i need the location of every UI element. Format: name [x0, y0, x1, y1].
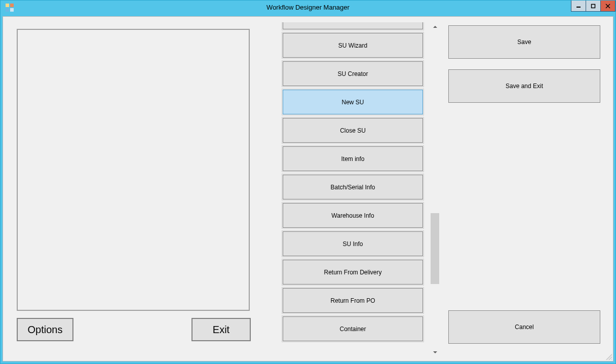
- cancel-button[interactable]: Cancel: [448, 310, 600, 344]
- svg-line-2: [606, 4, 610, 8]
- minimize-button[interactable]: [571, 1, 586, 12]
- workflow-item-label: New SU: [341, 99, 364, 106]
- app-window: Workflow Designer Manager Options Exit: [0, 0, 616, 364]
- chevron-up-icon: [433, 26, 437, 28]
- workflow-item-label: SU Wizard: [338, 42, 367, 49]
- workflow-item-label: Return From PO: [330, 297, 375, 304]
- workflow-item[interactable]: Return From PO: [283, 288, 423, 313]
- workflow-item[interactable]: Warehouse Info: [283, 203, 423, 228]
- workflow-list-panel: SU WizardSU CreatorNew SUClose SUItem in…: [275, 22, 439, 356]
- maximize-button[interactable]: [586, 1, 601, 12]
- maximize-icon: [591, 4, 596, 9]
- svg-line-3: [606, 4, 610, 8]
- scroll-up-button[interactable]: [431, 22, 439, 31]
- design-canvas[interactable]: [17, 29, 250, 311]
- left-panel: Options Exit: [12, 24, 255, 355]
- workflow-item[interactable]: SU Wizard: [283, 33, 423, 58]
- save-button[interactable]: Save: [448, 25, 600, 59]
- window-controls: [571, 1, 615, 12]
- window-title: Workflow Designer Manager: [1, 4, 615, 11]
- exit-button-label: Exit: [213, 324, 229, 336]
- save-and-exit-button-label: Save and Exit: [506, 83, 543, 90]
- workflow-item-label: Container: [339, 326, 366, 333]
- minimize-icon: [576, 4, 581, 9]
- workflow-list: SU WizardSU CreatorNew SUClose SUItem in…: [275, 22, 431, 341]
- scroll-thumb[interactable]: [431, 213, 439, 284]
- workflow-item-label: Warehouse Info: [331, 212, 374, 219]
- workflow-item-label: Item info: [341, 155, 364, 163]
- workflow-item[interactable]: [283, 22, 423, 29]
- svg-rect-1: [592, 4, 595, 8]
- close-button[interactable]: [600, 1, 615, 12]
- workflow-item[interactable]: SU Info: [283, 231, 423, 256]
- title-bar[interactable]: Workflow Designer Manager: [1, 1, 615, 14]
- workflow-item[interactable]: New SU: [283, 90, 423, 114]
- workflow-item[interactable]: SU Creator: [283, 61, 423, 86]
- resize-grip[interactable]: [606, 354, 612, 360]
- client-area: Options Exit SU WizardSU CreatorNew SUCl…: [3, 16, 613, 361]
- workflow-item[interactable]: Container: [283, 316, 423, 341]
- workflow-item-label: SU Info: [342, 240, 363, 248]
- scroll-down-button[interactable]: [431, 348, 439, 356]
- workflow-item-label: Return From Delivery: [324, 269, 381, 276]
- save-button-label: Save: [517, 38, 531, 46]
- exit-button[interactable]: Exit: [191, 318, 251, 341]
- scroll-track[interactable]: [431, 31, 439, 348]
- options-button-label: Options: [28, 324, 63, 336]
- workflow-item-label: Batch/Serial Info: [330, 184, 375, 191]
- close-icon: [605, 4, 610, 9]
- options-button[interactable]: Options: [17, 318, 73, 341]
- workflow-item[interactable]: Return From Delivery: [283, 260, 423, 285]
- workflow-item[interactable]: Batch/Serial Info: [283, 175, 423, 199]
- workflow-item-label: Close SU: [340, 127, 366, 134]
- workflow-item[interactable]: Item info: [283, 146, 423, 171]
- workflow-scroll-viewport: SU WizardSU CreatorNew SUClose SUItem in…: [275, 22, 431, 356]
- vertical-scrollbar[interactable]: [431, 22, 439, 356]
- chevron-down-icon: [433, 351, 437, 353]
- workflow-item-label: SU Creator: [337, 70, 368, 77]
- workflow-item[interactable]: Close SU: [283, 118, 423, 143]
- app-icon: [6, 4, 14, 12]
- cancel-button-label: Cancel: [515, 323, 533, 331]
- save-and-exit-button[interactable]: Save and Exit: [448, 69, 600, 103]
